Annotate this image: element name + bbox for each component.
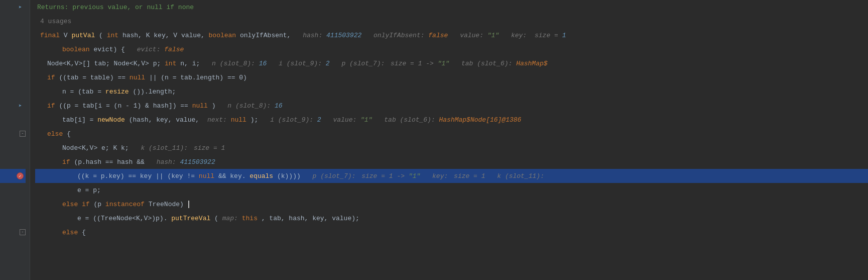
if-keyword-4: if bbox=[82, 201, 93, 208]
gutter-line-15 bbox=[0, 197, 26, 211]
null-hint-val: null bbox=[231, 116, 246, 124]
else-keyword-1: else bbox=[47, 130, 67, 138]
line-content-7: n = (tab = resize ()).length; bbox=[35, 84, 176, 99]
size-hint-2: size = 1 bbox=[194, 144, 225, 152]
code-area[interactable]: Returns: previous value, or null if none… bbox=[30, 0, 868, 280]
else-brace-open-1: { bbox=[67, 130, 71, 138]
line-else-open-2: else { bbox=[35, 225, 868, 239]
gutter-line-13[interactable] bbox=[0, 169, 26, 183]
arrow-gutter-icon-8: ➤ bbox=[16, 101, 25, 110]
line-content-4: boolean evict) { evict: false bbox=[35, 42, 184, 56]
breakpoint-verified-icon[interactable] bbox=[17, 172, 24, 179]
resize-paren: ()).length; bbox=[133, 88, 176, 96]
hash-hint-val-2: 411503922 bbox=[180, 158, 215, 166]
line-content-12: if (p.hash == hash && hash: 411503922 bbox=[35, 155, 215, 169]
tab-slot6-hint-2: tab (slot_6): bbox=[384, 116, 435, 124]
e-tree-assign: e = ((TreeNode<K,V>)p). bbox=[77, 215, 167, 222]
evict-false: false bbox=[164, 46, 184, 53]
gutter-line-2 bbox=[0, 14, 26, 28]
onlyifabsent-val: false bbox=[428, 32, 448, 39]
line-putval-signature: final V putVal ( int hash, K key, V valu… bbox=[35, 28, 868, 42]
null-keyword-1: null bbox=[130, 74, 145, 81]
else-keyword-2: else bbox=[62, 201, 82, 208]
map-hint: map: bbox=[222, 215, 238, 222]
line-content-15: else if (p instanceof TreeNode) bbox=[35, 197, 193, 211]
line-else-open: else { bbox=[35, 127, 868, 141]
line-if-p-tab: if ((p = tab[i = (n - 1) & hash]) == nul… bbox=[35, 99, 868, 113]
null-keyword-3: null bbox=[199, 172, 214, 180]
equals-method: equals bbox=[250, 172, 273, 180]
p-slot7-hint: p (slot_7): bbox=[341, 60, 385, 67]
return-type-v: V bbox=[64, 32, 72, 39]
gutter-line-5 bbox=[0, 56, 26, 70]
paren-open: ( bbox=[99, 32, 103, 39]
v-param-type: V bbox=[173, 32, 181, 39]
instanceof-expr: (p bbox=[93, 201, 105, 208]
instanceof-keyword: instanceof bbox=[105, 201, 149, 208]
if-keyword-1: if bbox=[47, 74, 59, 81]
or-pipe: || (n = tab.length) == 0) bbox=[149, 74, 247, 81]
gutter-line-8: ➤ bbox=[0, 99, 26, 113]
line-else-if-instanceof: else if (p instanceof TreeNode) bbox=[35, 197, 868, 211]
node-type: Node<K,V>[] tab; Node<K,V> p; bbox=[47, 60, 165, 67]
if-close: ) bbox=[212, 102, 216, 110]
breakpoint-icon-13[interactable] bbox=[16, 171, 25, 180]
if-keyword-2: if bbox=[47, 102, 59, 110]
line-k-equals-highlighted: ((k = p.key) == key || (key != null && k… bbox=[35, 169, 868, 183]
line-content-8: if ((p = tab[i = (n - 1) & hash]) == nul… bbox=[35, 99, 283, 113]
p-slot7-str-2: "1" bbox=[409, 172, 420, 180]
key-equals-expr: && key. bbox=[218, 172, 246, 180]
final-keyword: final bbox=[40, 32, 64, 39]
size-hint-val: 1 bbox=[562, 32, 566, 39]
next-hint: next: bbox=[207, 116, 227, 124]
key-hint-2: key: bbox=[432, 172, 448, 180]
fold-icon-10[interactable]: - bbox=[20, 131, 26, 137]
gutter-line-17[interactable]: - bbox=[0, 225, 26, 239]
k-assign-expr: ((k = p.key) == key || (key != bbox=[77, 172, 199, 180]
hash-hint-2: hash: bbox=[157, 158, 176, 166]
fold-icon-17[interactable]: - bbox=[20, 229, 26, 235]
arrow-right-icon-2: ➤ bbox=[19, 103, 22, 109]
i-slot9-hint-2: i (slot_9): bbox=[270, 116, 313, 124]
boolean-keyword-2: boolean bbox=[62, 46, 93, 53]
this-keyword: this bbox=[242, 215, 258, 222]
line-content-6: if ((tab = table) == null || (n = tab.le… bbox=[35, 70, 247, 84]
line-usages: 4 usages bbox=[35, 14, 868, 28]
if-p-tab-expr: ((p = tab[i = (n - 1) & hash]) == bbox=[59, 102, 192, 110]
line-returns-comment: Returns: previous value, or null if none bbox=[35, 0, 868, 14]
line-node-kv-e: Node<K,V> e; K k; k (slot_11): size = 1 bbox=[35, 141, 868, 155]
line-e-tree-val: e = ((TreeNode<K,V>)p). putTreeVal ( map… bbox=[35, 211, 868, 225]
gutter-line-11 bbox=[0, 141, 26, 155]
else-brace-open-2: { bbox=[82, 229, 86, 236]
k-param-type: K bbox=[146, 32, 154, 39]
line-content-16: e = ((TreeNode<K,V>)p). putTreeVal ( map… bbox=[35, 211, 359, 225]
int-keyword: int bbox=[107, 32, 122, 39]
p-slot7-hint-2: p (slot_7): bbox=[313, 172, 356, 180]
usages-text: 4 usages bbox=[40, 18, 71, 25]
tab-slot6-hint: tab (slot_6): bbox=[461, 60, 512, 67]
line-content-5: Node<K,V>[] tab; Node<K,V> p; int n, i; … bbox=[35, 56, 548, 70]
resize-method: resize bbox=[105, 88, 129, 96]
value-hint-val: "1" bbox=[487, 32, 499, 39]
text-cursor bbox=[188, 201, 193, 208]
line-content-3: final V putVal ( int hash, K key, V valu… bbox=[35, 28, 566, 42]
k-slot11-hint: k (slot_11): bbox=[141, 144, 188, 152]
if-phash-expr: (p.hash == hash && bbox=[74, 158, 144, 166]
size-hint: size = bbox=[535, 32, 558, 39]
gutter-line-14 bbox=[0, 183, 26, 197]
line-if-phash: if (p.hash == hash && hash: 411503922 bbox=[35, 155, 868, 169]
n-slot8-val-2: 16 bbox=[275, 102, 283, 110]
if-keyword-3: if bbox=[62, 158, 74, 166]
value-hint-val-2: "1" bbox=[360, 116, 372, 124]
hash-param: hash, bbox=[122, 32, 146, 39]
p-slot7-strval: "1" bbox=[438, 60, 449, 67]
gutter-line-10[interactable]: - bbox=[0, 127, 26, 141]
evict-param: evict) { bbox=[93, 46, 125, 53]
line-content-17: else { bbox=[35, 225, 86, 239]
newnode-method: newNode bbox=[97, 116, 125, 124]
puttreeval-method: putTreeVal bbox=[171, 215, 210, 222]
gutter-line-3 bbox=[0, 28, 26, 42]
line-tab-new-node: tab[i] = newNode (hash, key, value, next… bbox=[35, 113, 868, 127]
boolean-keyword-1: boolean bbox=[209, 32, 240, 39]
newnode-close: ); bbox=[251, 116, 259, 124]
